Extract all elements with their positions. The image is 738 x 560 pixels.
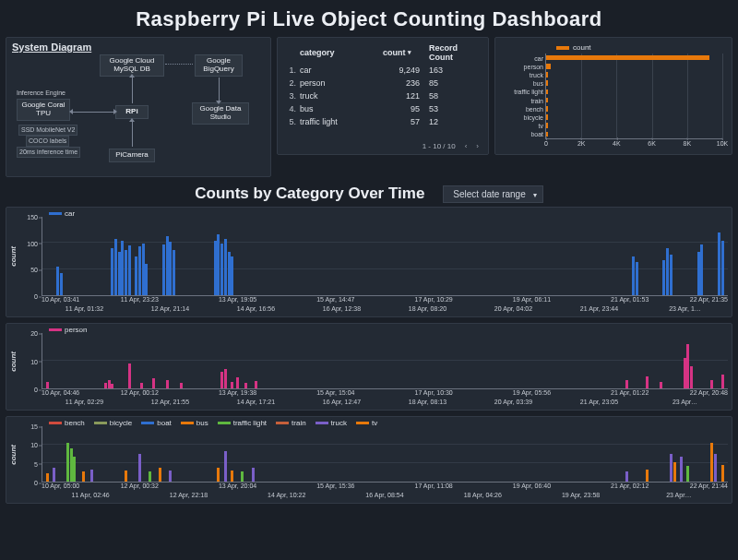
data-bar <box>162 244 165 295</box>
data-bar <box>60 273 63 295</box>
row-count: 9,249 <box>383 66 429 75</box>
data-bar <box>625 380 628 388</box>
edge-dashed <box>165 64 193 65</box>
data-bar <box>241 471 244 482</box>
legend-text: person <box>65 326 87 334</box>
x-tick: 13 Apr, 19:38 <box>219 389 256 396</box>
legend-text: bus <box>196 419 208 427</box>
other-yticks: 051015 <box>19 426 40 483</box>
legend-label: count <box>573 43 591 52</box>
x-tick: 22 Apr, 21:35 <box>690 296 728 303</box>
row-index: 2. <box>283 78 300 88</box>
data-bar <box>145 264 148 295</box>
bar-category-label: bus <box>501 80 543 87</box>
car-ylabel: count <box>8 217 18 296</box>
legend-swatch <box>218 422 231 424</box>
bar-x-tick: 8K <box>684 140 692 147</box>
th-record-count[interactable]: Record Count <box>429 43 482 62</box>
prev-page-icon[interactable]: ‹ <box>465 142 468 150</box>
x-tick: 15 Apr, 15:36 <box>316 483 354 489</box>
data-bar <box>82 471 85 482</box>
data-bar <box>149 471 151 482</box>
car-legend: car <box>49 209 75 218</box>
data-bar <box>224 369 227 388</box>
bar-category-label: boat <box>501 131 543 137</box>
x-tick: 19 Apr, 05:56 <box>513 389 551 396</box>
data-bar <box>46 473 49 482</box>
other-chart-panel: benchbicycleboatbustraffic lighttraintru… <box>6 416 732 504</box>
data-bar <box>662 260 665 295</box>
x-tick: 14 Apr, 17:21 <box>237 399 275 405</box>
legend-text: train <box>292 419 306 427</box>
th-count[interactable]: count▾ <box>383 48 429 57</box>
x-tick: 17 Apr, 11:08 <box>415 483 453 489</box>
system-diagram-title: System Diagram <box>12 42 265 53</box>
data-bar <box>231 471 233 482</box>
x-tick: 16 Apr, 12:38 <box>323 305 361 312</box>
x-tick: 21 Apr, 23:44 <box>580 305 618 312</box>
data-bar <box>169 242 172 295</box>
car-yticks: 050100150 <box>19 217 40 296</box>
x-tick: 21 Apr, 23:05 <box>580 399 618 405</box>
legend-text: tv <box>372 419 377 427</box>
y-tick: 15 <box>30 423 38 430</box>
table-row[interactable]: 3.truck12158 <box>283 89 482 102</box>
person-ylabel: count <box>8 333 18 389</box>
data-bar <box>721 375 724 388</box>
data-bar <box>166 236 169 295</box>
node-rpi: RPi <box>115 105 149 119</box>
bar-plot-area: 02K4K6K8K10K <box>545 54 722 139</box>
row-record-count: 58 <box>429 91 482 101</box>
bar-chart-legend: count <box>501 42 726 54</box>
data-bar <box>231 382 233 388</box>
node-picamera: PiCamera <box>109 149 155 162</box>
data-bar <box>121 241 124 296</box>
data-bar <box>180 383 183 388</box>
person-plot <box>42 333 728 389</box>
data-bar <box>686 344 689 388</box>
node-detail-ssd: SSD MobileNet V2 <box>18 125 77 136</box>
legend-item: bus <box>181 419 208 427</box>
legend-swatch <box>181 422 194 424</box>
data-bar <box>224 239 227 295</box>
x-tick: 11 Apr, 01:32 <box>65 305 103 312</box>
row-index: 4. <box>283 104 300 113</box>
data-bar <box>56 267 59 295</box>
next-page-icon[interactable]: › <box>476 142 479 150</box>
data-bar <box>686 466 689 482</box>
pager-text: 1 - 10 / 10 <box>423 142 456 150</box>
table-row[interactable]: 1.car9,249163 <box>283 64 482 77</box>
data-bar <box>721 241 724 296</box>
x-tick: 17 Apr, 10:30 <box>415 389 453 396</box>
y-tick: 10 <box>30 442 38 448</box>
system-diagram-panel: System Diagram Google Cloud MySQL DB Goo… <box>6 37 271 177</box>
person-chart-panel: person count 01020 10 Apr, 04:4612 Apr, … <box>6 323 732 411</box>
row-index: 1. <box>283 66 300 75</box>
bar-y-labels: carpersontruckbustraffic lighttrainbench… <box>501 54 545 150</box>
legend-text: truck <box>331 419 347 427</box>
date-range-select[interactable]: Select date range ▾ <box>443 185 542 203</box>
bar <box>546 98 548 103</box>
car-plot <box>42 217 728 296</box>
x-tick: 12 Apr, 00:32 <box>121 483 159 489</box>
legend-item: bench <box>49 419 85 427</box>
other-plot <box>42 426 728 483</box>
y-tick: 150 <box>27 214 38 220</box>
row-record-count: 163 <box>429 66 482 75</box>
sort-desc-icon: ▾ <box>408 49 411 56</box>
data-bar <box>244 383 247 388</box>
x-tick: 11 Apr, 02:46 <box>72 492 110 498</box>
table-row[interactable]: 4.bus9553 <box>283 102 482 115</box>
data-bar <box>138 246 141 295</box>
edge-rpi-gcloud <box>132 77 133 103</box>
bar <box>546 132 548 137</box>
th-category[interactable]: category <box>300 48 383 57</box>
data-bar <box>111 384 113 388</box>
data-bar <box>636 262 638 295</box>
table-row[interactable]: 2.person23685 <box>283 77 482 89</box>
x-tick: 12 Apr, 21:55 <box>151 399 189 405</box>
x-tick: 16 Apr, 08:54 <box>365 492 403 498</box>
system-diagram: Google Cloud MySQL DB Google BigQuery RP… <box>12 54 270 173</box>
x-tick: 11 Apr, 23:23 <box>121 296 159 303</box>
table-row[interactable]: 5.traffic light5712 <box>283 115 482 128</box>
